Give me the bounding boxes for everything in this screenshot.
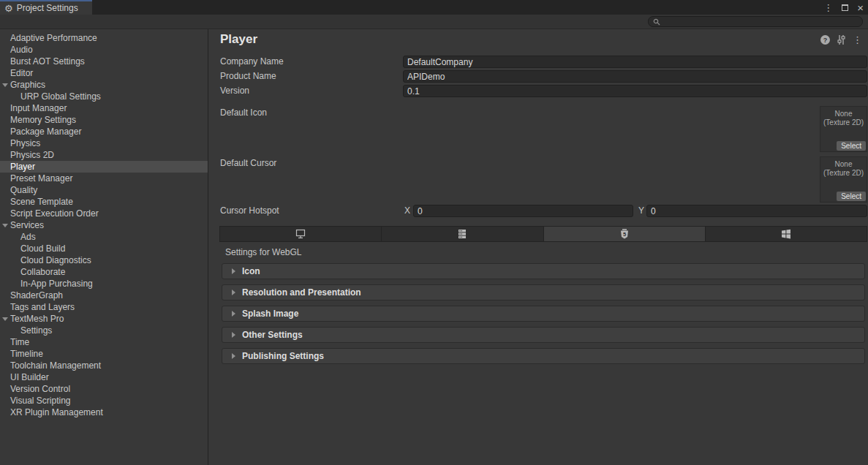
tab-project-settings[interactable]: ⚙ Project Settings [0,0,92,15]
section-label: Resolution and Presentation [242,287,361,298]
collapsed-arrow-icon [232,311,235,317]
product-name-input[interactable] [403,70,867,83]
sidebar-item-tags-and-layers[interactable]: Tags and Layers [0,301,208,313]
sidebar-item-preset-manager[interactable]: Preset Manager [0,173,208,184]
sidebar-item-version-control[interactable]: Version Control [0,383,208,395]
sidebar-item-label: Collaborate [20,267,65,277]
sidebar-item-audio[interactable]: Audio [0,44,208,56]
sidebar-item-cloud-diagnostics[interactable]: Cloud Diagnostics [0,254,208,266]
sidebar-item-quality[interactable]: Quality [0,184,208,196]
sidebar-item-ads[interactable]: Ads [0,231,208,243]
platform-tab-windows-store[interactable] [706,227,867,241]
sidebar-item-label: Adaptive Performance [10,33,97,43]
sidebar-item-time[interactable]: Time [0,336,208,348]
presets-icon[interactable] [837,35,846,45]
svg-text:5: 5 [623,231,626,238]
sidebar-item-label: Timeline [10,349,43,359]
sidebar-item-label: Editor [10,68,33,78]
sidebar-item-player[interactable]: Player [0,161,208,173]
default-cursor-none-text: None [820,160,867,169]
sidebar-item-urp-global-settings[interactable]: URP Global Settings [0,91,208,102]
sidebar-item-label: Burst AOT Settings [10,56,85,67]
sidebar-item-label: Physics 2D [10,150,54,160]
panel-menu-icon[interactable]: ⋮ [853,35,862,45]
sidebar-item-shadergraph[interactable]: ShaderGraph [0,290,208,301]
platform-tab-webgl[interactable]: 5 [544,227,706,241]
sidebar-item-label: Player [10,162,35,172]
sidebar-item-visual-scripting[interactable]: Visual Scripting [0,395,208,407]
default-icon-none-text: None [820,110,867,118]
sidebar-item-label: Memory Settings [10,115,76,125]
default-icon-label: Default Icon [220,107,267,119]
hotspot-x-input[interactable] [413,205,633,217]
expander-arrow-icon[interactable] [2,317,8,321]
expander-arrow-icon[interactable] [2,224,8,227]
default-icon-texture-slot[interactable]: None (Texture 2D) Select [820,106,867,152]
close-icon[interactable]: × [857,2,864,13]
sidebar-item-script-execution-order[interactable]: Script Execution Order [0,208,208,219]
sidebar-item-label: Input Manager [10,103,67,113]
default-cursor-label: Default Cursor [220,157,276,170]
section-header-icon[interactable]: Icon [222,263,865,279]
sidebar-item-collaborate[interactable]: Collaborate [0,266,208,278]
sidebar-item-settings[interactable]: Settings [0,325,208,336]
help-icon[interactable]: ? [820,35,830,45]
sidebar-item-adaptive-performance[interactable]: Adaptive Performance [0,32,208,44]
default-cursor-select-button[interactable]: Select [837,192,866,201]
sidebar-item-scene-template[interactable]: Scene Template [0,196,208,208]
section-label: Other Settings [242,330,303,340]
default-cursor-type-text: (Texture 2D) [820,169,867,178]
sidebar-item-xr-plugin-management[interactable]: XR Plugin Management [0,407,208,418]
search-input[interactable] [663,17,858,26]
sidebar-item-in-app-purchasing[interactable]: In-App Purchasing [0,278,208,290]
desktop-monitor-icon [295,229,306,239]
gear-icon: ⚙ [4,4,13,13]
sidebar-item-memory-settings[interactable]: Memory Settings [0,114,208,126]
sidebar-item-textmesh-pro[interactable]: TextMesh Pro [0,313,208,325]
platform-tab-standalone[interactable] [220,227,382,241]
maximize-icon[interactable] [842,4,848,11]
sidebar-item-physics[interactable]: Physics [0,137,208,149]
section-header-other-settings[interactable]: Other Settings [222,327,865,343]
sidebar-item-label: Version Control [10,384,70,394]
sidebar-item-label: Cloud Diagnostics [20,255,91,265]
sidebar-item-input-manager[interactable]: Input Manager [0,102,208,114]
sidebar-item-label: Tags and Layers [10,302,75,312]
sidebar-item-graphics[interactable]: Graphics [0,79,208,91]
version-label: Version [220,85,249,97]
version-input[interactable] [403,85,867,97]
hotspot-y-input[interactable] [646,205,867,217]
sidebar-item-editor[interactable]: Editor [0,67,208,79]
hotspot-x-label: X [404,205,410,217]
search-box[interactable] [648,16,863,27]
product-name-label: Product Name [220,70,276,83]
windows-logo-icon [781,229,791,239]
sidebar-item-ui-builder[interactable]: UI Builder [0,371,208,383]
sidebar-item-cloud-build[interactable]: Cloud Build [0,243,208,254]
sidebar-item-label: XR Plugin Management [10,407,103,417]
sidebar-item-package-manager[interactable]: Package Manager [0,126,208,137]
html5-webgl-icon: 5 [620,229,629,239]
server-icon [457,229,467,239]
platform-tab-bar: 5 [219,226,867,242]
sidebar-item-label: Scene Template [10,197,73,207]
window-menu-icon[interactable]: ⋮ [823,3,833,12]
sidebar-item-timeline[interactable]: Timeline [0,348,208,360]
default-icon-select-button[interactable]: Select [837,141,866,151]
section-header-resolution-and-presentation[interactable]: Resolution and Presentation [222,284,865,300]
sidebar-item-label: Physics [10,138,40,148]
company-name-label: Company Name [220,56,284,68]
sidebar-item-label: Services [10,220,44,230]
section-header-publishing-settings[interactable]: Publishing Settings [222,348,865,364]
sidebar-item-physics-2d[interactable]: Physics 2D [0,149,208,161]
section-header-splash-image[interactable]: Splash Image [222,306,865,322]
sidebar-item-burst-aot-settings[interactable]: Burst AOT Settings [0,56,208,67]
company-name-input[interactable] [403,56,867,68]
sidebar-item-toolchain-management[interactable]: Toolchain Management [0,360,208,371]
expander-arrow-icon[interactable] [2,83,8,87]
sidebar-item-services[interactable]: Services [0,219,208,231]
sidebar-item-label: TextMesh Pro [10,314,64,324]
project-settings-window: ⚙ Project Settings ⋮ × Adaptive Performa… [0,0,868,465]
platform-tab-dedicated-server[interactable] [382,227,543,241]
default-cursor-texture-slot[interactable]: None (Texture 2D) Select [820,156,867,203]
